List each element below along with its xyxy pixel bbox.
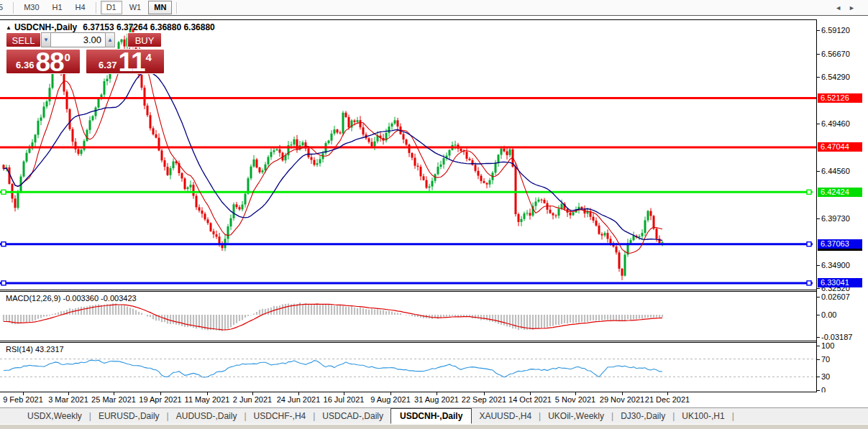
date-label: 14 Oct 2021 <box>508 395 552 404</box>
price-tick-label: 6.59120 <box>821 26 850 34</box>
date-label: 19 Apr 2021 <box>139 395 181 404</box>
chart-tab-bar: USDX,Weekly|EURUSD-,Daily|AUDUSD-,Daily|… <box>0 407 868 424</box>
status-strip <box>0 424 868 429</box>
chart-tab-ukoil-weekly[interactable]: UKOil-,Weekly <box>541 409 611 423</box>
axis-tick-mark <box>817 390 820 391</box>
chart-tab-usdchf-h4[interactable]: USDCHF-,H4 <box>247 409 314 423</box>
tab-scroll-left-icon[interactable]: ◄ <box>835 4 849 11</box>
chart-tab-uk100-h1[interactable]: UK100-,H1 <box>675 409 731 423</box>
date-label: 3 Mar 2021 <box>48 395 88 404</box>
toolbar-separator <box>13 2 14 14</box>
price-tick-label: 6.49460 <box>821 119 850 128</box>
price-tick-label: 6.54290 <box>821 73 850 81</box>
price-tick-label: 6.56670 <box>821 50 850 58</box>
volume-increase-button[interactable]: ▲ <box>105 32 115 47</box>
chart-tab-usdcnh-daily[interactable]: USDCNH-,Daily <box>390 408 472 424</box>
bid-price-pip-digit: 0 <box>65 51 70 63</box>
rsi-chart[interactable] <box>0 343 816 392</box>
axis-tick-mark <box>817 30 820 31</box>
macd-tick-label: -0.03187 <box>821 333 852 341</box>
timeframe-toolbar: 5M30H1H4D1W1MN <box>0 0 868 16</box>
bid-price-prefix: 6.36 <box>16 60 34 70</box>
chart-tab-usdcad-daily[interactable]: USDCAD-,Daily <box>315 409 390 423</box>
chart-tab-eurusd-daily[interactable]: EURUSD-,Daily <box>91 409 167 423</box>
rsi-tick-label: 30 <box>821 372 830 381</box>
axis-tick-mark <box>817 315 820 315</box>
bid-price-box[interactable]: 6.36 88 0 <box>6 49 81 74</box>
rsi-indicator-pane[interactable] <box>0 342 816 392</box>
bid-price-big-digits: 88 <box>35 52 63 73</box>
tab-scroll-arrows: ◄► <box>835 4 862 11</box>
date-label: 5 Nov 2021 <box>555 395 595 404</box>
price-level-badge: 6.37063 <box>818 239 862 249</box>
macd-label: MACD(12,26,9) -0.003360 -0.003423 <box>6 294 137 303</box>
trading-platform-window: 5M30H1H4D1W1MN ▲USDCNH-,Daily6.37153 6.3… <box>0 0 868 429</box>
axis-tick-mark <box>817 377 820 377</box>
axis-tick-mark <box>817 218 820 219</box>
timeframe-button-d1[interactable]: D1 <box>101 1 122 14</box>
price-axis[interactable]: 6.591206.566706.542906.494606.445606.397… <box>817 19 868 392</box>
time-axis[interactable]: 9 Feb 20213 Mar 202125 Mar 202119 Apr 20… <box>0 392 868 407</box>
price-level-badge: 6.33041 <box>818 278 862 287</box>
price-level-badge: 6.42424 <box>818 188 862 197</box>
macd-tick-label: 0.00 <box>821 310 836 319</box>
date-label: 2 Jun 2021 <box>233 395 272 404</box>
toolbar-separator <box>176 2 177 14</box>
volume-input[interactable]: 3.00 <box>51 32 105 47</box>
axis-tick-mark <box>817 297 820 297</box>
ask-price-pip-digit: 4 <box>146 51 152 63</box>
axis-tick-mark <box>817 288 820 289</box>
date-label: 25 Mar 2021 <box>91 395 136 404</box>
chart-tab-usdx-weekly[interactable]: USDX,Weekly <box>20 409 89 423</box>
sell-button[interactable]: SELL <box>6 32 41 47</box>
axis-tick-mark <box>817 346 820 346</box>
buy-button[interactable]: BUY <box>127 32 162 47</box>
date-label: 22 Sep 2021 <box>462 395 506 404</box>
price-tick-label: 6.39730 <box>821 214 850 223</box>
tab-separator: | <box>732 411 734 421</box>
symbol-period-label: USDCNH-,Daily <box>14 22 77 32</box>
chart-tab-dj30-daily[interactable]: DJ30-,Daily <box>613 409 672 423</box>
rsi-tick-label: 70 <box>821 355 830 364</box>
axis-tick-mark <box>817 265 820 266</box>
date-label: 29 Nov 2021 <box>600 395 644 404</box>
price-level-badge: 6.52126 <box>818 93 862 103</box>
timeframe-button-h4[interactable]: H4 <box>70 1 91 14</box>
price-level-badge: 6.47044 <box>818 142 862 152</box>
axis-tick-mark <box>817 337 820 338</box>
volume-decrease-button[interactable]: ▼ <box>41 32 51 47</box>
rsi-label: RSI(14) 43.2317 <box>6 345 64 354</box>
timeframe-button-m30[interactable]: M30 <box>18 1 45 14</box>
ask-price-prefix: 6.37 <box>99 60 117 70</box>
toolbar-separator <box>96 2 96 14</box>
timeframe-button-w1[interactable]: W1 <box>124 1 147 14</box>
chart-tab-audusd-daily[interactable]: AUDUSD-,Daily <box>169 409 245 423</box>
tab-scroll-right-icon[interactable]: ► <box>849 4 862 11</box>
axis-tick-mark <box>817 171 820 172</box>
date-label: 9 Aug 2021 <box>370 395 411 404</box>
price-tick-label: 6.44560 <box>821 167 850 175</box>
price-tick-label: 6.34900 <box>821 261 850 269</box>
axis-tick-mark <box>817 359 820 360</box>
ask-price-box[interactable]: 6.37 11 4 <box>86 49 165 74</box>
date-label: 16 Jul 2021 <box>324 395 365 404</box>
macd-tick-label: 0.02607 <box>821 292 850 301</box>
date-label: 24 Jun 2021 <box>277 395 321 404</box>
chart-tab-xauusd-h4[interactable]: XAUUSD-,H4 <box>472 409 539 423</box>
ask-price-big-digits: 11 <box>118 52 145 73</box>
date-label: 9 Feb 2021 <box>3 395 43 404</box>
timeframe-button-mn[interactable]: MN <box>148 1 172 14</box>
collapse-arrow-icon[interactable]: ▲ <box>6 24 12 31</box>
timeframe-button-h1[interactable]: H1 <box>47 1 68 14</box>
ohlc-values: 6.37153 6.37264 6.36880 6.36880 <box>83 22 215 32</box>
timeframe-button-5[interactable]: 5 <box>0 1 9 14</box>
date-label: 21 Dec 2021 <box>645 395 690 404</box>
axis-tick-mark <box>817 124 820 124</box>
one-click-trading-panel: SELL ▼ 3.00 ▲ BUY 6.36 88 0 6.37 11 4 <box>6 32 165 74</box>
axis-tick-mark <box>817 54 820 55</box>
date-label: 11 May 2021 <box>185 395 230 404</box>
axis-tick-mark <box>817 77 820 78</box>
rsi-tick-label: 100 <box>821 341 834 350</box>
chart-title: ▲USDCNH-,Daily6.37153 6.37264 6.36880 6.… <box>6 22 215 32</box>
date-label: 31 Aug 2021 <box>414 395 459 404</box>
